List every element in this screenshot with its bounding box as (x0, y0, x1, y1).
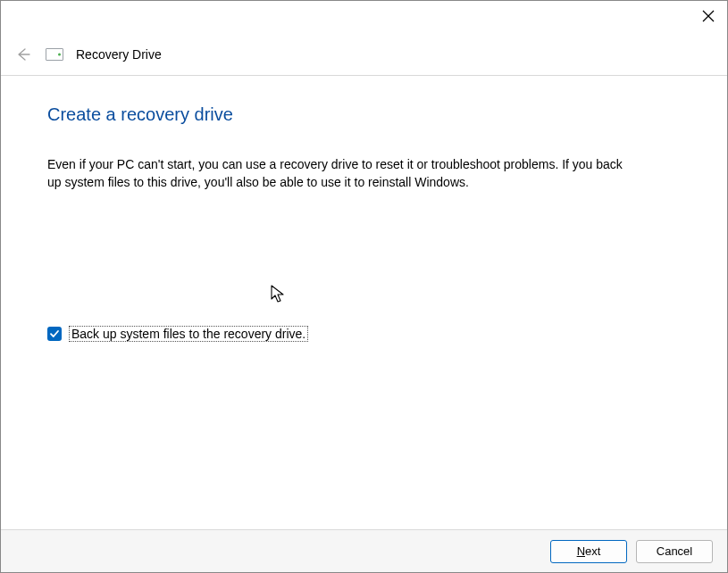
next-button[interactable]: Next (550, 540, 627, 563)
back-arrow-icon[interactable] (13, 45, 33, 64)
backup-checkbox-row[interactable]: Back up system files to the recovery dri… (47, 326, 681, 342)
cancel-button-label: Cancel (657, 544, 692, 558)
page-heading: Create a recovery drive (47, 104, 681, 125)
page-description: Even if your PC can't start, you can use… (47, 155, 637, 192)
drive-icon (46, 48, 63, 61)
titlebar (1, 1, 727, 33)
footer: Next Cancel (1, 529, 727, 572)
close-icon[interactable] (702, 10, 715, 25)
content-area: Create a recovery drive Even if your PC … (1, 76, 727, 342)
header: Recovery Drive (1, 33, 727, 76)
window-title: Recovery Drive (76, 47, 162, 62)
cancel-button[interactable]: Cancel (636, 540, 713, 563)
checkbox-icon[interactable] (47, 327, 62, 341)
backup-checkbox-label: Back up system files to the recovery dri… (69, 326, 308, 342)
next-button-label: Next (577, 544, 601, 558)
